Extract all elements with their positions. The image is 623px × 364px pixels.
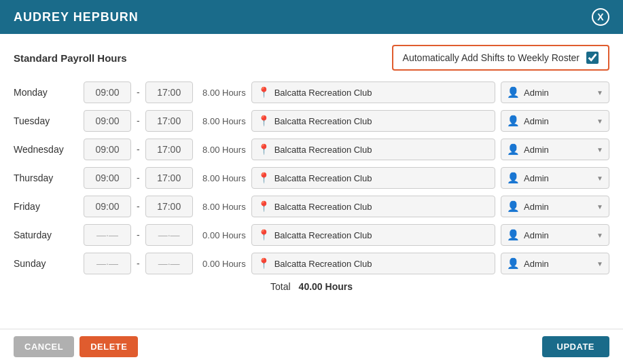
total-row: Total 40.00 Hours — [14, 281, 609, 292]
top-row: Standard Payroll Hours Automatically Add… — [14, 45, 609, 71]
total-value: 40.00 Hours — [299, 281, 353, 292]
day-row-monday: Monday 09:00 - 17:00 8.00 Hours 📍 Balcat… — [14, 81, 609, 103]
modal-title: AUDREY HEPBURN — [14, 10, 139, 24]
end-time-wednesday[interactable]: 17:00 — [145, 139, 193, 160]
start-time-tuesday[interactable]: 09:00 — [84, 110, 131, 132]
location-text-monday: Balcatta Recreation Club — [274, 88, 489, 98]
role-select-saturday[interactable]: 👤 Admin ▼ — [501, 224, 609, 246]
day-label-friday: Friday — [14, 201, 78, 212]
role-select-sunday[interactable]: 👤 Admin ▼ — [501, 253, 609, 274]
location-select-wednesday[interactable]: 📍 Balcatta Recreation Club — [251, 139, 495, 160]
day-label-monday: Monday — [14, 87, 78, 98]
day-row-friday: Friday 09:00 - 17:00 8.00 Hours 📍 Balcat… — [14, 196, 609, 217]
end-time-monday[interactable]: 17:00 — [145, 81, 193, 103]
hours-label-thursday: 8.00 Hours — [198, 173, 246, 183]
delete-button[interactable]: DELETE — [79, 336, 138, 357]
time-dash-saturday: - — [137, 230, 140, 240]
day-row-saturday: Saturday —·— - —·— 0.00 Hours 📍 Balcatta… — [14, 224, 609, 246]
role-icon-wednesday: 👤 — [507, 143, 520, 156]
role-text-tuesday: Admin — [524, 116, 592, 126]
role-select-monday[interactable]: 👤 Admin ▼ — [501, 81, 609, 103]
location-select-tuesday[interactable]: 📍 Balcatta Recreation Club — [251, 110, 495, 132]
end-time-sunday[interactable]: —·— — [145, 253, 193, 274]
location-icon-monday: 📍 — [257, 86, 270, 98]
location-select-friday[interactable]: 📍 Balcatta Recreation Club — [251, 196, 495, 217]
location-text-wednesday: Balcatta Recreation Club — [274, 145, 489, 155]
modal-footer: CANCEL DELETE UPDATE — [0, 329, 623, 364]
role-select-friday[interactable]: 👤 Admin ▼ — [501, 196, 609, 217]
total-label: Total — [270, 281, 291, 292]
start-time-monday[interactable]: 09:00 — [84, 81, 131, 103]
modal-container: AUDREY HEPBURN X Standard Payroll Hours … — [0, 0, 623, 364]
start-time-wednesday[interactable]: 09:00 — [84, 139, 131, 160]
location-icon-thursday: 📍 — [257, 172, 270, 184]
update-button[interactable]: UPDATE — [542, 336, 609, 357]
location-select-saturday[interactable]: 📍 Balcatta Recreation Club — [251, 224, 495, 246]
day-label-thursday: Thursday — [14, 172, 78, 183]
role-text-thursday: Admin — [524, 173, 592, 183]
location-text-sunday: Balcatta Recreation Club — [274, 259, 489, 269]
location-icon-sunday: 📍 — [257, 257, 270, 270]
role-select-wednesday[interactable]: 👤 Admin ▼ — [501, 139, 609, 160]
location-icon-friday: 📍 — [257, 200, 270, 213]
chevron-down-icon-friday: ▼ — [597, 203, 603, 211]
days-container: Monday 09:00 - 17:00 8.00 Hours 📍 Balcat… — [14, 81, 609, 274]
location-select-thursday[interactable]: 📍 Balcatta Recreation Club — [251, 167, 495, 189]
chevron-down-icon-tuesday: ▼ — [597, 117, 603, 125]
chevron-down-icon-saturday: ▼ — [597, 232, 603, 239]
time-dash-wednesday: - — [137, 144, 140, 155]
chevron-down-icon-monday: ▼ — [597, 89, 603, 96]
hours-label-sunday: 0.00 Hours — [198, 259, 246, 269]
time-dash-sunday: - — [137, 258, 140, 269]
section-title: Standard Payroll Hours — [14, 52, 127, 64]
chevron-down-icon-wednesday: ▼ — [597, 146, 603, 153]
time-dash-tuesday: - — [137, 115, 140, 126]
role-icon-tuesday: 👤 — [507, 115, 520, 127]
day-label-saturday: Saturday — [14, 230, 78, 240]
location-icon-tuesday: 📍 — [257, 115, 270, 127]
start-time-thursday[interactable]: 09:00 — [84, 167, 131, 189]
close-button[interactable]: X — [592, 8, 609, 26]
cancel-button[interactable]: CANCEL — [14, 336, 74, 357]
start-time-friday[interactable]: 09:00 — [84, 196, 131, 217]
day-row-wednesday: Wednesday 09:00 - 17:00 8.00 Hours 📍 Bal… — [14, 139, 609, 160]
location-text-friday: Balcatta Recreation Club — [274, 202, 489, 212]
role-icon-sunday: 👤 — [507, 257, 520, 270]
auto-add-box: Automatically Add Shifts to Weekly Roste… — [392, 45, 609, 71]
day-row-tuesday: Tuesday 09:00 - 17:00 8.00 Hours 📍 Balca… — [14, 110, 609, 132]
location-icon-wednesday: 📍 — [257, 143, 270, 156]
hours-label-saturday: 0.00 Hours — [198, 230, 246, 240]
auto-add-label: Automatically Add Shifts to Weekly Roste… — [403, 52, 580, 63]
day-label-tuesday: Tuesday — [14, 115, 78, 126]
end-time-friday[interactable]: 17:00 — [145, 196, 193, 217]
end-time-saturday[interactable]: —·— — [145, 224, 193, 246]
role-select-thursday[interactable]: 👤 Admin ▼ — [501, 167, 609, 189]
role-icon-friday: 👤 — [507, 200, 520, 213]
start-time-saturday[interactable]: —·— — [84, 224, 131, 246]
hours-label-tuesday: 8.00 Hours — [198, 116, 246, 126]
time-dash-monday: - — [137, 87, 140, 98]
end-time-thursday[interactable]: 17:00 — [145, 167, 193, 189]
time-dash-thursday: - — [137, 172, 140, 183]
end-time-tuesday[interactable]: 17:00 — [145, 110, 193, 132]
day-label-sunday: Sunday — [14, 258, 78, 269]
location-text-saturday: Balcatta Recreation Club — [274, 230, 489, 240]
time-dash-friday: - — [137, 201, 140, 212]
role-select-tuesday[interactable]: 👤 Admin ▼ — [501, 110, 609, 132]
role-text-sunday: Admin — [524, 259, 592, 269]
location-text-tuesday: Balcatta Recreation Club — [274, 116, 489, 126]
hours-label-friday: 8.00 Hours — [198, 202, 246, 212]
role-text-saturday: Admin — [524, 230, 592, 240]
day-label-wednesday: Wednesday — [14, 144, 78, 155]
auto-add-checkbox[interactable] — [586, 52, 599, 64]
day-row-thursday: Thursday 09:00 - 17:00 8.00 Hours 📍 Balc… — [14, 167, 609, 189]
role-text-monday: Admin — [524, 88, 592, 98]
start-time-sunday[interactable]: —·— — [84, 253, 131, 274]
location-select-sunday[interactable]: 📍 Balcatta Recreation Club — [251, 253, 495, 274]
chevron-down-icon-thursday: ▼ — [597, 175, 603, 182]
location-select-monday[interactable]: 📍 Balcatta Recreation Club — [251, 81, 495, 103]
role-text-friday: Admin — [524, 202, 592, 212]
hours-label-wednesday: 8.00 Hours — [198, 145, 246, 155]
role-icon-thursday: 👤 — [507, 172, 520, 184]
day-row-sunday: Sunday —·— - —·— 0.00 Hours 📍 Balcatta R… — [14, 253, 609, 274]
